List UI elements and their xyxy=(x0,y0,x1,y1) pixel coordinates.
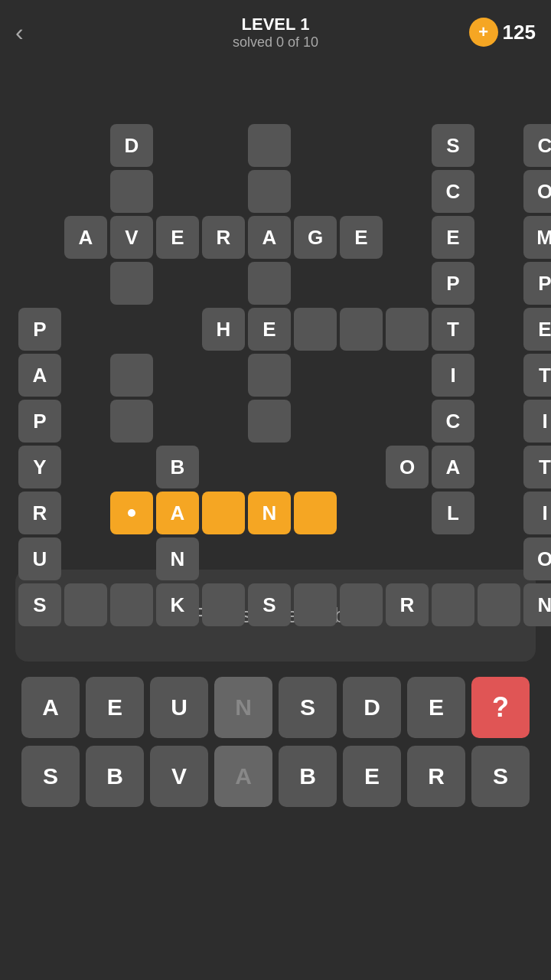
coins-count: 125 xyxy=(503,21,536,44)
grid-cell[interactable]: N xyxy=(248,492,291,534)
grid-cell[interactable]: U xyxy=(18,537,61,580)
grid-cell[interactable] xyxy=(248,170,291,213)
grid-cell[interactable] xyxy=(248,354,291,397)
grid-area: DSCCOAVERAGEEMPPPHETEAITPCIYBOATRANLIUNO… xyxy=(0,64,551,570)
level-info: LEVEL 1 solved 0 of 10 xyxy=(233,15,318,51)
keyboard-key[interactable]: B xyxy=(86,746,144,807)
grid-cell[interactable]: E xyxy=(156,216,199,259)
grid-cell[interactable]: A xyxy=(432,446,474,488)
grid-cell[interactable]: E xyxy=(432,216,474,259)
keyboard-row-1: AEUNSDE? xyxy=(0,677,551,738)
back-button[interactable]: ‹ xyxy=(15,18,24,47)
grid-cell[interactable]: D xyxy=(110,124,153,167)
grid-cell[interactable] xyxy=(110,354,153,397)
grid-cell[interactable]: T xyxy=(523,354,551,397)
grid-cell[interactable]: P xyxy=(432,262,474,305)
keyboard-key[interactable]: E xyxy=(343,746,401,807)
keyboard-key[interactable]: S xyxy=(471,746,530,807)
grid-cell[interactable]: H xyxy=(202,308,245,351)
keyboard-key[interactable]: N xyxy=(214,677,272,738)
grid-cell[interactable]: R xyxy=(202,216,245,259)
keyboard-key[interactable]: S xyxy=(21,746,80,807)
grid-cell[interactable]: T xyxy=(432,308,474,351)
grid-cell[interactable] xyxy=(110,170,153,213)
grid-cell[interactable]: C xyxy=(432,170,474,213)
grid-cell[interactable] xyxy=(248,400,291,443)
keyboard-key[interactable]: B xyxy=(279,746,337,807)
grid-cell[interactable]: P xyxy=(18,400,61,443)
keyboard-key[interactable]: R xyxy=(407,746,465,807)
keyboard-key[interactable]: U xyxy=(150,677,208,738)
grid-cell[interactable]: O xyxy=(523,537,551,580)
grid-cell[interactable] xyxy=(340,583,383,626)
grid-cell[interactable]: C xyxy=(523,124,551,167)
grid-cell[interactable]: A xyxy=(64,216,107,259)
crossword-grid: DSCCOAVERAGEEMPPPHETEAITPCIYBOATRANLIUNO… xyxy=(18,124,533,510)
grid-cell[interactable]: P xyxy=(18,308,61,351)
grid-cell[interactable]: E xyxy=(340,216,383,259)
grid-cell[interactable]: T xyxy=(523,446,551,488)
grid-cell[interactable]: I xyxy=(432,354,474,397)
grid-cell[interactable] xyxy=(202,492,245,534)
level-title: LEVEL 1 xyxy=(233,15,318,34)
grid-cell[interactable] xyxy=(110,492,153,534)
grid-cell[interactable]: N xyxy=(156,537,199,580)
grid-cell[interactable]: I xyxy=(523,400,551,443)
grid-cell[interactable] xyxy=(294,492,337,534)
keyboard-key[interactable]: E xyxy=(407,677,465,738)
grid-cell[interactable]: N xyxy=(523,583,551,626)
grid-cell[interactable]: O xyxy=(523,170,551,213)
grid-cell[interactable]: S xyxy=(432,124,474,167)
keyboard-key[interactable]: D xyxy=(343,677,401,738)
grid-cell[interactable]: C xyxy=(432,400,474,443)
grid-cell[interactable] xyxy=(64,583,107,626)
grid-cell[interactable]: G xyxy=(294,216,337,259)
grid-cell[interactable]: A xyxy=(248,216,291,259)
grid-cell[interactable]: A xyxy=(18,354,61,397)
grid-cell[interactable] xyxy=(110,262,153,305)
grid-cell[interactable]: R xyxy=(386,583,429,626)
grid-cell[interactable]: K xyxy=(156,583,199,626)
grid-cell[interactable]: A xyxy=(156,492,199,534)
grid-cell[interactable]: R xyxy=(18,492,61,534)
coins-icon[interactable]: + xyxy=(469,18,498,47)
header: ‹ LEVEL 1 solved 0 of 10 + 125 xyxy=(0,0,551,64)
keyboard-key[interactable]: A xyxy=(214,746,272,807)
grid-cell[interactable] xyxy=(432,583,474,626)
grid-cell[interactable] xyxy=(248,124,291,167)
level-subtitle: solved 0 of 10 xyxy=(233,34,318,51)
grid-cell[interactable]: V xyxy=(110,216,153,259)
coins-area: + 125 xyxy=(469,18,536,47)
grid-cell[interactable]: M xyxy=(523,216,551,259)
grid-cell[interactable]: Y xyxy=(18,446,61,488)
grid-cell[interactable]: E xyxy=(248,308,291,351)
grid-cell[interactable] xyxy=(294,583,337,626)
keyboard-key[interactable]: S xyxy=(279,677,337,738)
grid-cell[interactable] xyxy=(110,583,153,626)
grid-cell[interactable]: O xyxy=(386,446,429,488)
grid-cell[interactable]: L xyxy=(432,492,474,534)
grid-cell[interactable] xyxy=(340,308,383,351)
grid-cell[interactable]: I xyxy=(523,492,551,534)
keyboard-key[interactable]: ? xyxy=(471,677,530,738)
grid-cell[interactable]: S xyxy=(248,583,291,626)
grid-cell[interactable] xyxy=(386,308,429,351)
grid-cell[interactable] xyxy=(248,262,291,305)
keyboard: AEUNSDE? SBVABERS xyxy=(0,677,551,807)
keyboard-key[interactable]: E xyxy=(86,677,144,738)
keyboard-key[interactable]: V xyxy=(150,746,208,807)
grid-cell[interactable] xyxy=(478,583,520,626)
grid-cell[interactable] xyxy=(294,308,337,351)
grid-cell[interactable]: P xyxy=(523,262,551,305)
grid-cell[interactable]: B xyxy=(156,446,199,488)
grid-cell[interactable] xyxy=(110,400,153,443)
grid-cell[interactable]: E xyxy=(523,308,551,351)
keyboard-row-2: SBVABERS xyxy=(0,746,551,807)
keyboard-key[interactable]: A xyxy=(21,677,80,738)
grid-cell[interactable] xyxy=(202,583,245,626)
grid-cell[interactable]: S xyxy=(18,583,61,626)
